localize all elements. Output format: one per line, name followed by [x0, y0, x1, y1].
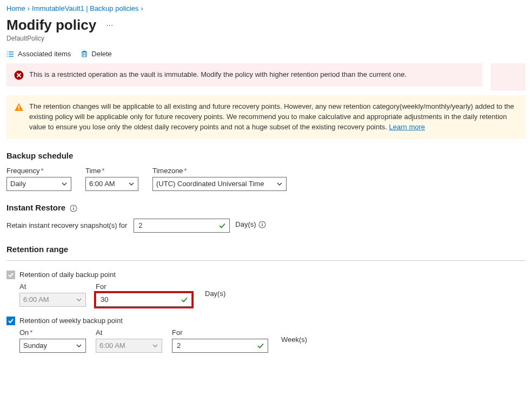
svg-rect-23: [262, 224, 263, 226]
weekly-on-label: On*: [19, 328, 86, 337]
weekly-at-value: 6:00 AM: [99, 341, 125, 350]
daily-unit: Day(s): [205, 289, 225, 298]
chevron-down-icon: [76, 297, 82, 303]
delete-button[interactable]: Delete: [81, 50, 112, 58]
daily-at-value: 6:00 AM: [23, 295, 49, 304]
alert-restricted: This is a restricted operation as the va…: [6, 63, 482, 87]
weekly-at-label: At: [96, 328, 162, 337]
daily-for-value[interactable]: [99, 295, 181, 304]
svg-point-22: [262, 222, 263, 223]
daily-for-input[interactable]: [96, 293, 192, 307]
frequency-select[interactable]: Daily: [6, 177, 71, 191]
instant-snapshot-value[interactable]: [137, 221, 218, 230]
chevron-down-icon: [276, 181, 283, 187]
svg-rect-20: [74, 208, 75, 210]
daily-at-label: At: [19, 282, 86, 291]
check-icon: [181, 296, 188, 304]
section-backup-schedule: Backup schedule: [6, 151, 526, 160]
retention-daily-checkbox[interactable]: [6, 271, 15, 279]
alert-retention-note: The retention changes will be applicable…: [6, 95, 526, 139]
frequency-label: Frequency*: [6, 167, 71, 175]
check-icon: [218, 222, 226, 229]
info-icon[interactable]: [258, 221, 266, 228]
page-subtitle: DefaultPolicy: [6, 35, 526, 42]
list-icon: [6, 50, 15, 58]
delete-label: Delete: [91, 50, 112, 58]
instant-snapshot-input[interactable]: [134, 219, 230, 233]
weekly-at-select: 6:00 AM: [96, 339, 162, 353]
chevron-down-icon: [76, 343, 82, 349]
frequency-value: Daily: [10, 180, 26, 188]
command-bar: Associated items Delete: [6, 50, 526, 58]
breadcrumb-home[interactable]: Home: [6, 4, 25, 12]
breadcrumb: Home › ImmutableVault1 | Backup policies…: [6, 4, 526, 12]
weekly-unit: Week(s): [281, 335, 307, 344]
associated-items-label: Associated items: [18, 50, 71, 58]
svg-rect-6: [82, 52, 87, 57]
timezone-select[interactable]: (UTC) Coordinated Universal Time: [152, 177, 287, 191]
section-instant-restore: Instant Restore: [6, 203, 526, 212]
error-icon: [14, 70, 24, 80]
chevron-down-icon: [128, 181, 135, 187]
retention-weekly-label: Retention of weekly backup point: [19, 317, 123, 325]
chevron-down-icon: [152, 343, 158, 349]
trash-icon: [81, 50, 88, 58]
breadcrumb-vault[interactable]: ImmutableVault1 | Backup policies: [32, 4, 139, 12]
section-retention-range: Retention range: [6, 245, 526, 254]
alert-restricted-text: This is a restricted operation as the va…: [29, 70, 407, 80]
retention-weekly-checkbox[interactable]: [6, 317, 15, 325]
weekly-for-input[interactable]: [172, 339, 268, 353]
timezone-label: Timezone*: [152, 167, 287, 175]
instant-unit: Day(s): [235, 220, 265, 228]
alert-retention-text: The retention changes will be applicable…: [29, 102, 518, 133]
associated-items-button[interactable]: Associated items: [6, 50, 71, 58]
weekly-for-value[interactable]: [176, 341, 257, 350]
chevron-right-icon: ›: [28, 4, 30, 12]
learn-more-link[interactable]: Learn more: [389, 123, 425, 131]
weekly-on-value: Sunday: [23, 341, 47, 350]
retention-daily-label: Retention of daily backup point: [19, 271, 116, 279]
time-select[interactable]: 6:00 AM: [85, 177, 138, 191]
time-value: 6:00 AM: [89, 180, 115, 188]
alert-error-row: This is a restricted operation as the va…: [6, 63, 526, 91]
time-label: Time*: [85, 167, 138, 175]
daily-at-select: 6:00 AM: [19, 293, 86, 307]
svg-point-19: [73, 206, 74, 207]
instant-restore-label: Retain instant recovery snapshot(s) for: [6, 221, 127, 229]
weekly-on-select[interactable]: Sunday: [19, 339, 86, 353]
chevron-right-icon: ›: [141, 4, 143, 12]
warning-icon: [14, 102, 24, 133]
timezone-value: (UTC) Coordinated Universal Time: [156, 180, 264, 188]
page-title: Modify policy: [6, 17, 96, 34]
weekly-for-label: For: [172, 328, 268, 337]
more-actions-button[interactable]: ···: [104, 21, 115, 30]
svg-rect-17: [18, 109, 19, 110]
daily-for-label: For: [96, 282, 192, 291]
chevron-down-icon: [61, 181, 68, 187]
svg-rect-16: [18, 106, 19, 108]
check-icon: [257, 342, 264, 350]
info-icon[interactable]: [70, 205, 77, 212]
